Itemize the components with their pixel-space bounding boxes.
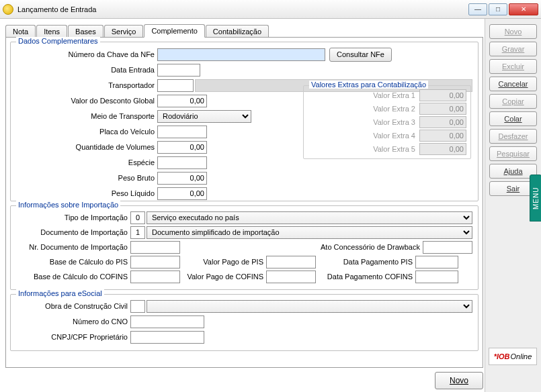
qtd-volumes-input[interactable] [157, 141, 207, 154]
chave-nfe-input[interactable] [157, 48, 325, 61]
label-qtd-volumes: Quantidade de Volumes [16, 143, 157, 151]
label-desconto-global: Valor do Desconto Global [16, 97, 157, 105]
label-nr-doc-importacao: Nr. Documento de Importação [16, 243, 130, 251]
group-dados-complementares: Dados Complementares Número da Chave da … [10, 42, 478, 201]
tab-contabilizacao[interactable]: Contabilização [206, 25, 269, 38]
label-data-pis: Data Pagamento PIS [321, 258, 415, 266]
tab-complemento[interactable]: Complemento [144, 24, 204, 38]
transportador-code-input[interactable] [157, 79, 194, 92]
ve1-label: Valor Extra 1 [308, 91, 419, 99]
footer-novo-button[interactable]: Novo [435, 372, 483, 389]
side-copiar-button[interactable]: Copiar [489, 94, 537, 109]
nr-doc-importacao-input[interactable] [130, 241, 180, 254]
valor-pis-input[interactable] [266, 256, 316, 268]
label-valor-cofins: Valor Pago de COFINS [185, 273, 266, 281]
valores-extras-title: Valores Extras para Contabilização [309, 81, 428, 89]
app-icon [3, 4, 13, 15]
ve5-input[interactable] [419, 143, 466, 155]
ve3-input[interactable] [419, 116, 466, 128]
group-importacao: Informações sobre Importação Tipo de Imp… [10, 205, 478, 290]
tab-strip: Nota Itens Bases Serviço Complemento Con… [5, 23, 483, 38]
close-button[interactable]: ✕ [509, 3, 538, 15]
label-peso-bruto: Peso Bruto [16, 174, 157, 182]
data-entrada-input[interactable] [157, 64, 200, 77]
label-cno: Número do CNO [16, 317, 130, 326]
data-pis-input[interactable] [415, 256, 458, 268]
label-peso-liquido: Peso Líquido [16, 189, 157, 197]
group-title: Dados Complementares [16, 37, 100, 45]
valor-cofins-input[interactable] [266, 271, 316, 283]
label-meio-transporte: Meio de Transporte [16, 112, 157, 120]
minimize-button[interactable]: — [468, 3, 487, 15]
tipo-importacao-code[interactable] [130, 211, 145, 224]
tab-nota[interactable]: Nota [5, 25, 36, 38]
ve1-input[interactable] [419, 89, 466, 101]
ato-drawback-input[interactable] [423, 241, 472, 254]
label-cnpj-cpf: CNPJ/CPF Proprietário [16, 333, 130, 341]
label-base-cofins: Base de Cálculo do COFINS [16, 273, 130, 281]
group-title-esocial: Informações para eSocial [16, 289, 104, 297]
label-chave-nfe: Número da Chave da NFe [16, 50, 157, 58]
maximize-button[interactable]: □ [489, 3, 507, 15]
side-desfazer-button[interactable]: Desfazer [489, 129, 537, 144]
window-title: Lançamento de Entrada [17, 5, 468, 13]
title-bar: Lançamento de Entrada — □ ✕ [0, 0, 541, 19]
label-data-entrada: Data Entrada [16, 66, 157, 74]
group-title-importacao: Informações sobre Importação [16, 201, 120, 209]
base-cofins-input[interactable] [130, 271, 180, 283]
iob-online-logo[interactable]: *IOBOnline [489, 348, 537, 365]
cno-input[interactable] [130, 315, 204, 328]
label-valor-pis: Valor Pago de PIS [185, 258, 266, 266]
label-data-cofins: Data Pagamento COFINS [321, 273, 415, 281]
desconto-global-input[interactable] [157, 95, 207, 107]
tab-panel: Dados Complementares Número da Chave da … [5, 37, 483, 368]
obra-code-input[interactable] [130, 300, 145, 313]
side-cancelar-button[interactable]: Cancelar [489, 77, 537, 91]
footer-bar: Novo [5, 371, 483, 391]
cnpj-cpf-input[interactable] [130, 331, 204, 344]
tipo-importacao-select[interactable]: Serviço executado no país [147, 211, 472, 224]
consultar-nfe-button[interactable]: Consultar NFe [329, 48, 392, 62]
side-excluir-button[interactable]: Excluir [489, 59, 537, 74]
base-pis-input[interactable] [130, 256, 180, 268]
label-especie: Espécie [16, 158, 157, 166]
peso-bruto-input[interactable] [157, 172, 207, 185]
ve5-label: Valor Extra 5 [308, 145, 419, 153]
ve2-label: Valor Extra 2 [308, 105, 419, 113]
label-ato-drawback: Ato Concessório de Drawback [302, 243, 423, 251]
peso-liquido-input[interactable] [157, 187, 207, 200]
side-colar-button[interactable]: Colar [489, 111, 537, 126]
side-novo-button[interactable]: Novo [489, 24, 537, 39]
label-doc-importacao: Documento de Importação [16, 228, 130, 236]
side-pesquisar-button[interactable]: Pesquisar [489, 146, 537, 161]
tab-bases[interactable]: Bases [68, 25, 103, 38]
group-esocial: Informações para eSocial Obra de Constru… [10, 294, 478, 351]
obra-select[interactable] [147, 300, 472, 313]
side-gravar-button[interactable]: Gravar [489, 42, 537, 56]
ve2-input[interactable] [419, 103, 466, 115]
ve3-label: Valor Extra 3 [308, 118, 419, 126]
label-transportador: Transportador [16, 81, 157, 89]
doc-importacao-code[interactable] [130, 226, 145, 239]
label-base-pis: Base de Cálculo do PIS [16, 258, 130, 266]
data-cofins-input[interactable] [415, 271, 458, 283]
tab-itens[interactable]: Itens [36, 25, 67, 38]
doc-importacao-select[interactable]: Documento simplificado de importação [147, 226, 472, 239]
menu-side-tab[interactable]: MENU [530, 175, 541, 222]
label-placa: Placa do Veículo [16, 128, 157, 136]
placa-input[interactable] [157, 126, 207, 138]
label-obra: Obra de Construção Civil [16, 302, 130, 310]
meio-transporte-select[interactable]: Rodoviário [157, 110, 251, 123]
tab-servico[interactable]: Serviço [104, 25, 144, 38]
group-valores-extras: Valores Extras para Contabilização Valor… [303, 85, 471, 159]
label-tipo-importacao: Tipo de Importação [16, 213, 130, 222]
ve4-input[interactable] [419, 130, 466, 142]
especie-input[interactable] [157, 156, 207, 169]
ve4-label: Valor Extra 4 [308, 132, 419, 140]
